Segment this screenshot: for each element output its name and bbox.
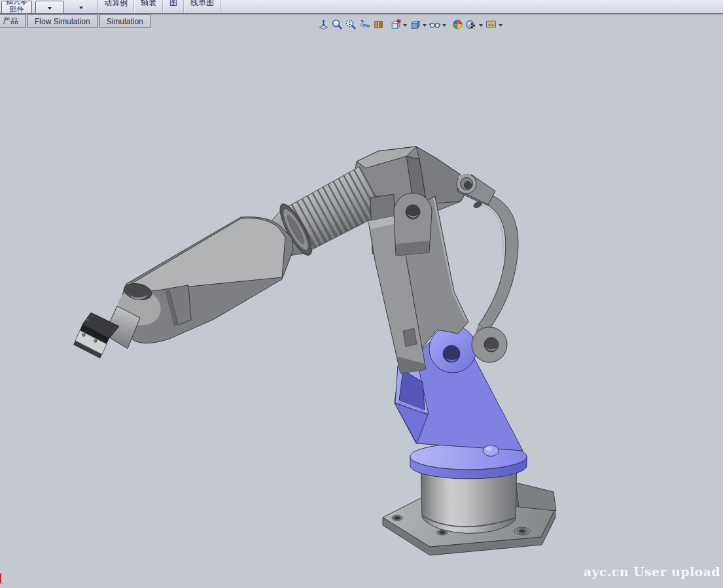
chevron-down-icon: [79, 7, 83, 11]
toolbar-button-动算例[interactable]: 动算例: [97, 0, 134, 14]
zoom-to-area-button[interactable]: [330, 18, 344, 31]
chevron-down-icon[interactable]: [403, 24, 407, 29]
toolbar-button-线单图[interactable]: 线单图: [184, 0, 220, 14]
view-orientation-icon: [389, 18, 402, 31]
button-label: 线单图: [190, 0, 214, 9]
edit-appearance-button[interactable]: [451, 18, 465, 31]
commandmanager-tabs: 产品Flow SimulationSimulation: [0, 14, 152, 28]
wrist-gripper[interactable]: [73, 306, 140, 358]
chevron-down-icon[interactable]: [499, 24, 503, 29]
watermark-text: ayc.cn User upload: [584, 564, 720, 579]
section-view-button[interactable]: [372, 18, 385, 31]
previous-view-icon: [359, 18, 371, 31]
button-label: 图: [169, 0, 177, 9]
red-artifact-mark: [: [0, 572, 3, 585]
button-label: 部件: [2, 5, 31, 13]
button-label-top: 插入零: [2, 1, 31, 5]
edit-appearance-icon: [451, 18, 464, 31]
chevron-down-icon: [48, 7, 52, 12]
heads-up-toolbar: [317, 18, 504, 31]
display-style-icon: [409, 18, 421, 31]
button-label: 动算例: [104, 0, 128, 9]
forearm[interactable]: [114, 217, 293, 343]
display-style-button[interactable]: [408, 18, 428, 31]
chevron-down-icon[interactable]: [479, 24, 483, 29]
section-view-icon: [372, 18, 385, 31]
view-settings-button[interactable]: [484, 18, 504, 31]
tab-flow-simulation[interactable]: Flow Simulation: [27, 14, 97, 28]
zoom-in-out-button[interactable]: [344, 18, 358, 31]
toolbar-button-图[interactable]: 图: [163, 0, 184, 14]
hide-show-items-icon: [429, 18, 441, 31]
toolbar-button-combo[interactable]: [35, 1, 64, 14]
zoom-to-fit-button[interactable]: [317, 18, 330, 31]
toolbar-button-drop[interactable]: [68, 1, 94, 14]
turntable-dome-nub: [483, 445, 499, 457]
button-label: 轴装: [141, 0, 156, 9]
zoom-to-fit-icon: [317, 18, 330, 31]
zoom-to-area-icon: [331, 18, 344, 31]
robot-arm-model[interactable]: [0, 14, 723, 588]
command-toolbar-buttons: 插入零部件动算例轴装图线单图: [0, 0, 220, 14]
graphics-viewport[interactable]: 产品Flow SimulationSimulation ayc.cn User …: [0, 14, 723, 588]
tab-产品[interactable]: 产品: [0, 14, 26, 28]
view-orientation-button[interactable]: [389, 18, 408, 31]
previous-view-button[interactable]: [358, 18, 372, 31]
toolbar-button-部件[interactable]: 插入零部件: [1, 1, 32, 14]
chevron-down-icon[interactable]: [442, 24, 446, 29]
chevron-down-icon[interactable]: [423, 24, 427, 29]
view-settings-icon: [485, 18, 497, 31]
solidworks-window: 插入零部件动算例轴装图线单图: [0, 0, 723, 588]
toolbar-button-轴装[interactable]: 轴装: [134, 0, 163, 14]
tab-simulation[interactable]: Simulation: [99, 14, 150, 28]
command-toolbar: 插入零部件动算例轴装图线单图: [0, 0, 723, 14]
apply-scene-button[interactable]: [465, 18, 484, 31]
apply-scene-icon: [465, 18, 478, 31]
hide-show-items-button[interactable]: [428, 18, 448, 31]
zoom-in-out-icon: [345, 18, 357, 31]
